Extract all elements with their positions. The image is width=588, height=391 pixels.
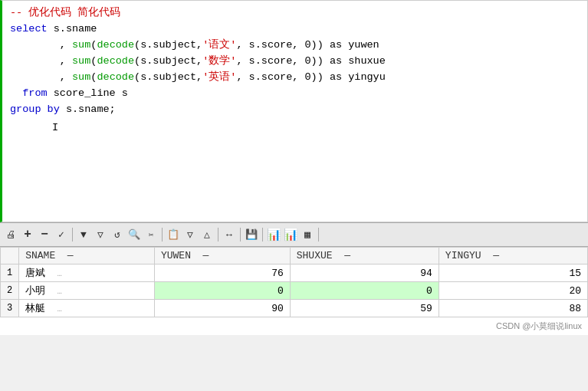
- tri-up-icon[interactable]: △: [199, 227, 215, 242]
- results-section: SNAME — YUWEN — SHUXUE — YINGYU — 1 唐斌 ……: [0, 247, 588, 335]
- row-3-shuxue: 59: [290, 300, 439, 317]
- sep-1: [72, 228, 73, 242]
- row-2-yuwen: 0: [154, 282, 290, 300]
- header-rownum: [1, 248, 19, 264]
- sep-3: [218, 228, 218, 242]
- minus-icon[interactable]: −: [37, 227, 52, 242]
- table-row: 2 小明 … 0 0 20: [1, 282, 588, 300]
- scissors-icon[interactable]: ✂: [143, 227, 159, 242]
- check-icon[interactable]: ✓: [54, 227, 69, 242]
- code-line-6: group by s.sname;: [10, 102, 580, 118]
- header-sname: SNAME —: [19, 248, 155, 264]
- code-line-1: select s.sname: [10, 21, 580, 38]
- chart2-icon[interactable]: 📊: [283, 227, 298, 242]
- sep-5: [262, 228, 263, 242]
- cursor-position: I: [10, 120, 580, 136]
- row-2-shuxue: 0: [290, 282, 439, 300]
- code-line-3: , sum(decode(s.subject,'数学', s.score, 0)…: [10, 54, 580, 70]
- header-yingyu: YINGYU —: [439, 248, 587, 264]
- row-3-yuwen: 90: [154, 300, 290, 317]
- grid-icon[interactable]: ▦: [300, 227, 315, 242]
- table-header-row: SNAME — YUWEN — SHUXUE — YINGYU —: [1, 248, 588, 264]
- comment-line: -- 优化代码 简化代码: [10, 5, 580, 21]
- header-shuxue: SHUXUE —: [290, 248, 439, 264]
- watermark: CSDN @小莫细说linux: [0, 317, 588, 335]
- row-1-sname: 唐斌 …: [19, 264, 155, 282]
- filter-down-icon[interactable]: ▼: [76, 227, 91, 242]
- search-icon[interactable]: 🔍: [126, 227, 142, 242]
- results-table: SNAME — YUWEN — SHUXUE — YINGYU — 1 唐斌 ……: [0, 247, 588, 317]
- row-3-sname: 林艇 …: [19, 300, 155, 317]
- row-1-shuxue: 94: [290, 264, 439, 282]
- sep-6: [318, 228, 319, 242]
- row-3-num: 3: [1, 300, 19, 317]
- arrow-icon[interactable]: ↔: [222, 227, 237, 242]
- chart-icon[interactable]: 📊: [266, 227, 281, 242]
- print-icon[interactable]: 🖨: [3, 227, 18, 242]
- results-area[interactable]: SNAME — YUWEN — SHUXUE — YINGYU — 1 唐斌 ……: [0, 247, 588, 317]
- sep-2: [162, 228, 163, 242]
- row-1-num: 1: [1, 264, 19, 282]
- row-2-yingyu: 20: [439, 282, 587, 300]
- code-line-5: from score_line s: [10, 86, 580, 102]
- code-content: -- 优化代码 简化代码 select s.sname , sum(decode…: [2, 1, 587, 141]
- tri-down-icon[interactable]: ▽: [182, 227, 198, 242]
- table-row: 3 林艇 … 90 59 88: [1, 300, 588, 317]
- header-yuwen: YUWEN —: [154, 248, 290, 264]
- row-2-num: 2: [1, 282, 19, 300]
- row-3-yingyu: 88: [439, 300, 587, 317]
- save-icon[interactable]: 💾: [244, 227, 259, 242]
- refresh-icon[interactable]: ↺: [110, 227, 125, 242]
- filter-outline-icon[interactable]: ▽: [93, 227, 108, 242]
- table-row: 1 唐斌 … 76 94 15: [1, 264, 588, 282]
- sep-4: [240, 228, 241, 242]
- add-icon[interactable]: +: [20, 227, 35, 242]
- row-1-yuwen: 76: [154, 264, 290, 282]
- code-line-4: , sum(decode(s.subject,'英语', s.score, 0)…: [10, 70, 580, 86]
- code-line-2: , sum(decode(s.subject,'语文', s.score, 0)…: [10, 38, 580, 54]
- row-2-sname: 小明 …: [19, 282, 155, 300]
- code-editor[interactable]: -- 优化代码 简化代码 select s.sname , sum(decode…: [0, 0, 588, 222]
- paste-icon[interactable]: 📋: [166, 227, 181, 242]
- toolbar: 🖨 + − ✓ ▼ ▽ ↺ 🔍 ✂ 📋 ▽ △ ↔ 💾 📊 📊 ▦: [0, 222, 588, 247]
- row-1-yingyu: 15: [439, 264, 587, 282]
